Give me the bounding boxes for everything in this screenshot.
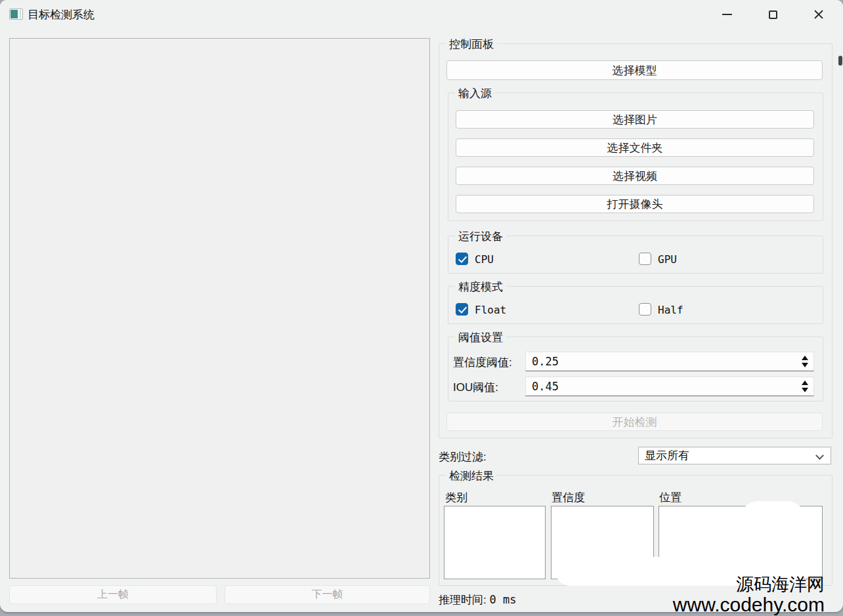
- iou-threshold-value: 0.45: [532, 380, 559, 393]
- minimize-button[interactable]: [712, 3, 742, 26]
- device-group-title: 运行设备: [455, 229, 506, 244]
- iou-threshold-label: IOU阈值:: [453, 380, 498, 395]
- minimize-icon: [722, 14, 732, 15]
- confidence-threshold-spinbox[interactable]: 0.25: [525, 352, 814, 371]
- category-filter-dropdown[interactable]: 显示所有: [638, 447, 831, 464]
- select-video-button[interactable]: 选择视频: [456, 167, 814, 185]
- select-image-button[interactable]: 选择图片: [456, 110, 814, 129]
- image-display-area: [9, 38, 430, 579]
- window-title: 目标检测系统: [28, 7, 95, 22]
- select-folder-button[interactable]: 选择文件夹: [456, 138, 814, 157]
- app-window: 目标检测系统 上一帧 下一帧 控制面板 选择模型 输入源 选择图片 选择文件夹 …: [0, 0, 843, 612]
- column-header-confidence: 置信度: [551, 490, 585, 505]
- inference-time-label: 推理时间:: [439, 594, 486, 606]
- float-checkbox-label[interactable]: Float: [475, 304, 506, 316]
- half-checkbox-label[interactable]: Half: [658, 304, 683, 316]
- gpu-checkbox[interactable]: [639, 253, 651, 265]
- inference-time-status: 推理时间: 0 ms: [439, 592, 516, 607]
- open-camera-button[interactable]: 打开摄像头: [456, 195, 814, 213]
- scrollbar-thumb[interactable]: [838, 56, 842, 66]
- site-watermark: 源码海洋网 www.codehy.com: [673, 575, 825, 615]
- confidence-threshold-value: 0.25: [532, 355, 559, 368]
- float-checkbox[interactable]: [456, 303, 468, 316]
- close-icon: [813, 9, 824, 20]
- spin-down-icon[interactable]: [802, 363, 808, 367]
- precision-group-title: 精度模式: [455, 279, 506, 295]
- app-icon: [9, 9, 23, 20]
- iou-spin-arrows[interactable]: [800, 377, 810, 396]
- iou-threshold-spinbox[interactable]: 0.45: [525, 377, 814, 396]
- maximize-icon: [769, 10, 777, 19]
- results-group-title: 检测结果: [446, 468, 497, 483]
- column-header-position: 位置: [659, 490, 681, 505]
- spin-up-icon[interactable]: [802, 356, 808, 360]
- half-checkbox[interactable]: [639, 303, 651, 316]
- threshold-group-title: 阈值设置: [455, 330, 506, 345]
- category-filter-selected: 显示所有: [645, 448, 689, 463]
- category-filter-label: 类别过滤:: [439, 449, 486, 464]
- confidence-spin-arrows[interactable]: [800, 352, 810, 371]
- maximize-button[interactable]: [758, 3, 788, 26]
- title-bar: 目标检测系统: [0, 0, 843, 30]
- close-button[interactable]: [804, 3, 834, 26]
- inference-time-value: 0 ms: [489, 593, 516, 606]
- cpu-checkbox-label[interactable]: CPU: [475, 253, 494, 266]
- input-source-title: 输入源: [455, 86, 495, 101]
- watermark-site-name: 源码海洋网: [673, 575, 825, 594]
- spin-up-icon[interactable]: [802, 380, 808, 385]
- control-panel-title: 控制面板: [446, 37, 497, 52]
- class-result-list[interactable]: [444, 506, 546, 579]
- cpu-checkbox[interactable]: [456, 253, 468, 265]
- column-header-class: 类别: [445, 490, 467, 505]
- next-frame-button[interactable]: 下一帧: [225, 585, 430, 604]
- chevron-down-icon: [815, 451, 824, 460]
- gpu-checkbox-label[interactable]: GPU: [658, 253, 677, 266]
- prev-frame-button[interactable]: 上一帧: [9, 585, 217, 604]
- confidence-threshold-label: 置信度阈值:: [453, 355, 512, 370]
- start-detection-button[interactable]: 开始检测: [446, 413, 823, 431]
- watermark-site-url: www.codehy.com: [673, 594, 825, 615]
- spin-down-icon[interactable]: [802, 388, 808, 392]
- device-group: 运行设备: [448, 236, 823, 274]
- select-model-button[interactable]: 选择模型: [446, 60, 823, 80]
